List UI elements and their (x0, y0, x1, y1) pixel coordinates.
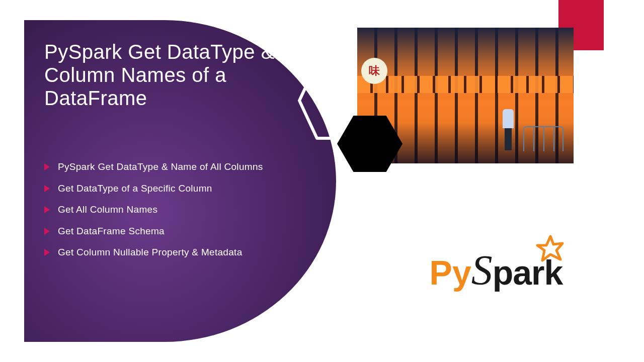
pyspark-logo: PySpark (390, 231, 602, 292)
logo-s: S (471, 247, 493, 294)
triangle-icon (44, 185, 50, 192)
triangle-icon (44, 163, 50, 170)
slide-title: PySpark Get DataType & Column Names of a… (44, 40, 306, 110)
list-item: Get DataType of a Specific Column (44, 182, 306, 196)
triangle-icon (44, 206, 50, 213)
triangle-icon (44, 249, 50, 256)
triangle-icon (44, 228, 50, 235)
bullet-text: Get DataType of a Specific Column (58, 182, 212, 196)
bullet-text: Get DataFrame Schema (58, 224, 165, 239)
signboard-icon: 味 (361, 58, 387, 84)
person-silhouette (498, 109, 518, 154)
bullet-list: PySpark Get DataType & Name of All Colum… (44, 160, 306, 260)
chevron-shape (297, 60, 352, 141)
lantern-row (357, 76, 574, 93)
bullet-text: PySpark Get DataType & Name of All Colum… (58, 160, 263, 174)
bullet-text: Get Column Nullable Property & Metadata (58, 245, 243, 260)
fence-shape (523, 126, 564, 151)
content-panel: PySpark Get DataType & Column Names of a… (24, 20, 336, 342)
list-item: Get All Column Names (44, 203, 306, 217)
star-icon (535, 234, 566, 264)
logo-text: PySpark (430, 249, 563, 292)
list-item: PySpark Get DataType & Name of All Colum… (44, 160, 306, 174)
list-item: Get DataFrame Schema (44, 224, 306, 239)
list-item: Get Column Nullable Property & Metadata (44, 245, 306, 260)
logo-py: Py (430, 253, 471, 292)
bullet-text: Get All Column Names (58, 203, 157, 217)
